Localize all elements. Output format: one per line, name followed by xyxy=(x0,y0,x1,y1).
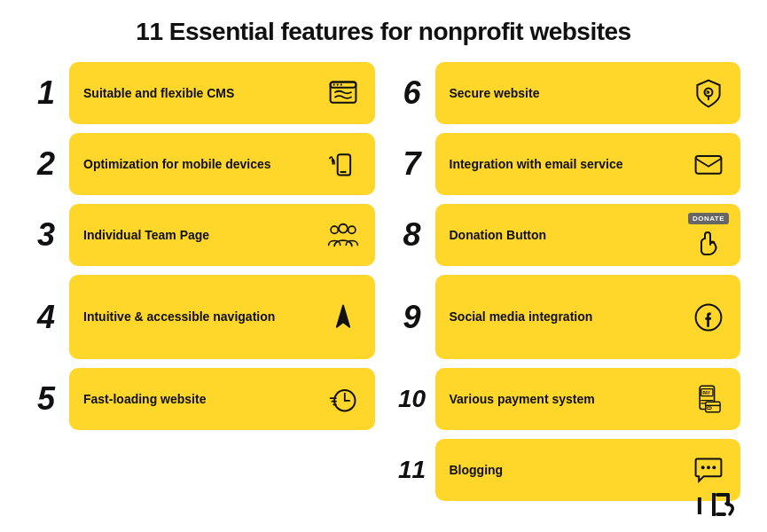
feature-box-4: Intuitive & accessible navigation xyxy=(69,275,375,359)
svg-point-13 xyxy=(348,226,355,233)
feature-item-9: 9 Social media integration xyxy=(393,275,741,359)
bottom-row: 11 Blogging xyxy=(27,439,740,501)
donate-icon: DONATE xyxy=(689,215,728,254)
payment-icon: PAY xyxy=(689,379,728,419)
page-container: 11 Essential features for nonprofit webs… xyxy=(0,0,767,532)
number-7: 7 xyxy=(393,133,435,195)
mobile-icon xyxy=(324,145,363,184)
feature-box-7: Integration with email service xyxy=(435,133,741,195)
feature-box-3: Individual Team Page xyxy=(69,204,375,266)
svg-point-14 xyxy=(339,224,348,233)
svg-point-32 xyxy=(707,466,710,469)
svg-text:PAY: PAY xyxy=(702,391,710,395)
social-icon xyxy=(689,298,728,337)
team-icon xyxy=(324,215,363,254)
feature-box-10: Various payment system PAY xyxy=(435,368,741,430)
feature-label-5: Fast-loading website xyxy=(83,391,317,407)
feature-item-11-wrapper: 11 Blogging xyxy=(393,439,741,501)
feature-label-10: Various payment system xyxy=(450,391,683,407)
number-5: 5 xyxy=(27,368,69,430)
features-grid: 1 Suitable and flexible CMS xyxy=(27,62,740,430)
number-10: 10 xyxy=(393,368,435,430)
feature-label-9: Social media integration xyxy=(450,309,683,325)
feature-label-11: Blogging xyxy=(450,462,683,478)
svg-point-4 xyxy=(340,83,341,85)
svg-rect-37 xyxy=(716,512,726,516)
feature-label-3: Individual Team Page xyxy=(83,227,317,243)
feature-item-1: 1 Suitable and flexible CMS xyxy=(27,62,375,124)
svg-point-31 xyxy=(701,466,705,469)
feature-label-8: Donation Button xyxy=(450,227,683,243)
feature-label-4: Intuitive & accessible navigation xyxy=(83,309,317,325)
page-title: 11 Essential features for nonprofit webs… xyxy=(27,18,740,46)
feature-item-10: 10 Various payment system PAY xyxy=(393,368,741,430)
feature-label-6: Secure website xyxy=(450,85,683,101)
feature-box-11: Blogging xyxy=(435,439,741,501)
donate-badge: DONATE xyxy=(688,213,729,224)
svg-rect-11 xyxy=(696,156,722,174)
feature-item-5: 5 Fast-loading website xyxy=(27,368,375,430)
number-2: 2 xyxy=(27,133,69,195)
svg-text:I: I xyxy=(696,492,703,518)
number-6: 6 xyxy=(393,62,435,124)
feature-item-2: 2 Optimization for mobile devices xyxy=(27,133,375,195)
number-11: 11 xyxy=(393,439,435,501)
feature-item-4: 4 Intuitive & accessible navigation xyxy=(27,275,375,359)
svg-marker-15 xyxy=(336,305,348,326)
feature-item-11: 11 Blogging xyxy=(393,439,741,501)
email-icon xyxy=(689,145,728,184)
blog-icon xyxy=(689,450,728,489)
feature-item-6: 6 Secure website 8 xyxy=(393,62,741,124)
feature-box-2: Optimization for mobile devices xyxy=(69,133,375,195)
feature-box-6: Secure website 8 xyxy=(435,62,741,124)
feature-item-3: 3 Individual Team Page xyxy=(27,204,375,266)
navigation-icon xyxy=(324,298,363,337)
secure-icon: 8 xyxy=(689,74,728,113)
feature-label-2: Optimization for mobile devices xyxy=(83,156,317,172)
feature-box-1: Suitable and flexible CMS xyxy=(69,62,375,124)
number-4: 4 xyxy=(27,275,69,359)
svg-rect-35 xyxy=(712,493,716,516)
logo: I xyxy=(696,491,740,518)
number-8: 8 xyxy=(393,204,435,266)
feature-label-7: Integration with email service xyxy=(450,156,683,172)
svg-point-3 xyxy=(336,83,338,85)
feature-item-7: 7 Integration with email service xyxy=(393,133,741,195)
feature-box-8: Donation Button DONATE xyxy=(435,204,741,266)
number-1: 1 xyxy=(27,62,69,124)
number-3: 3 xyxy=(27,204,69,266)
svg-point-33 xyxy=(712,466,716,469)
fast-icon xyxy=(324,379,363,419)
number-9: 9 xyxy=(393,275,435,359)
feature-box-5: Fast-loading website xyxy=(69,368,375,430)
svg-point-2 xyxy=(333,83,334,85)
feature-label-1: Suitable and flexible CMS xyxy=(83,85,317,101)
cms-icon xyxy=(324,74,363,113)
feature-item-8: 8 Donation Button DONATE xyxy=(393,204,741,266)
svg-point-12 xyxy=(331,226,338,233)
svg-text:8: 8 xyxy=(706,90,708,95)
feature-box-9: Social media integration xyxy=(435,275,741,359)
